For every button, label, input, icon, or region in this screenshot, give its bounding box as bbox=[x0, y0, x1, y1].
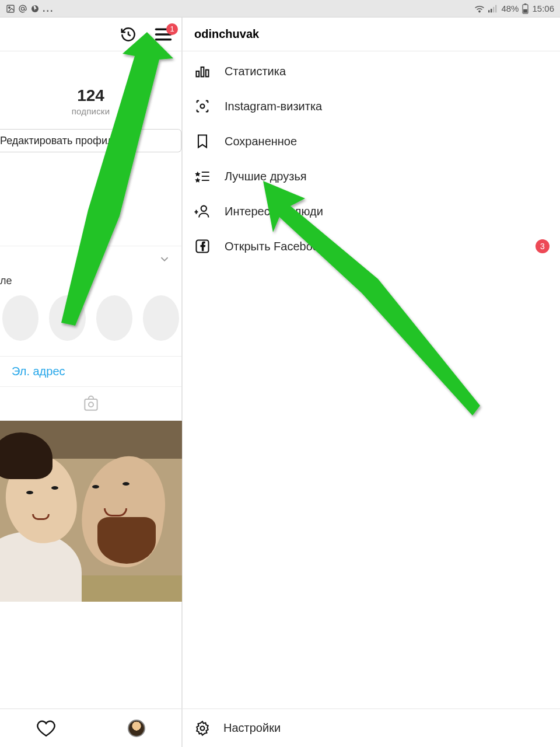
add-person-icon bbox=[194, 203, 211, 219]
highlight-placeholder[interactable] bbox=[143, 295, 179, 341]
menu-discover-people[interactable]: Интересные люди bbox=[183, 194, 560, 229]
svg-point-1 bbox=[9, 6, 10, 8]
svg-point-20 bbox=[201, 104, 205, 109]
svg-point-2 bbox=[21, 7, 24, 10]
svg-rect-17 bbox=[197, 71, 200, 76]
svg-rect-6 bbox=[491, 9, 492, 12]
drawer-username: odinchuvak bbox=[183, 18, 560, 51]
facebook-icon bbox=[194, 238, 211, 254]
menu-nametag[interactable]: Instagram-визитка bbox=[183, 89, 560, 124]
svg-rect-10 bbox=[524, 4, 527, 5]
menu-badge: 1 bbox=[166, 23, 178, 35]
highlights-hint: ле bbox=[0, 271, 181, 292]
story-highlights bbox=[0, 292, 181, 356]
tab-email[interactable]: Эл. адрес bbox=[12, 365, 65, 378]
svg-rect-7 bbox=[493, 6, 494, 12]
svg-rect-0 bbox=[7, 5, 14, 12]
settings-label: Настройки bbox=[223, 721, 281, 735]
clock: 15:06 bbox=[532, 4, 554, 13]
menu-label: Интересные люди bbox=[225, 205, 323, 218]
svg-rect-15 bbox=[85, 399, 97, 410]
svg-point-4 bbox=[479, 11, 480, 12]
tagged-icon bbox=[82, 395, 100, 413]
menu-label: Сохраненное bbox=[225, 135, 297, 148]
profile-screen: 1 124 подписки Редактировать профиль ле … bbox=[0, 18, 182, 747]
menu-label: Статистика bbox=[225, 65, 286, 78]
bottom-nav bbox=[0, 708, 181, 747]
stat-number: 124 bbox=[0, 86, 181, 105]
status-bar: ... 48% 15:06 bbox=[0, 0, 560, 18]
chevron-down-icon bbox=[158, 253, 171, 266]
bar-chart-icon bbox=[194, 63, 211, 79]
tab-tagged[interactable] bbox=[0, 387, 181, 421]
menu-statistics[interactable]: Статистика bbox=[183, 54, 560, 89]
close-friends-icon bbox=[194, 168, 211, 184]
profile-avatar[interactable] bbox=[128, 720, 145, 737]
hamburger-menu-icon[interactable]: 1 bbox=[155, 27, 172, 42]
svg-point-16 bbox=[89, 402, 93, 407]
archive-icon[interactable] bbox=[120, 26, 137, 43]
menu-close-friends[interactable]: Лучшие друзья bbox=[183, 159, 560, 194]
menu-label: Instagram-визитка bbox=[225, 100, 322, 113]
svg-rect-8 bbox=[495, 5, 496, 12]
svg-rect-19 bbox=[206, 70, 209, 77]
side-drawer: odinchuvak Статистика Instagram-визитка … bbox=[182, 18, 560, 747]
menu-settings[interactable]: Настройки bbox=[183, 708, 560, 747]
edit-profile-button[interactable]: Редактировать профиль bbox=[0, 129, 181, 152]
svg-rect-5 bbox=[488, 10, 489, 12]
activity-heart-icon[interactable] bbox=[36, 718, 56, 738]
svg-point-24 bbox=[201, 206, 206, 211]
bookmark-icon bbox=[194, 133, 211, 149]
svg-point-28 bbox=[201, 726, 205, 730]
highlight-placeholder[interactable] bbox=[2, 295, 38, 341]
svg-rect-11 bbox=[524, 9, 528, 12]
post-thumbnail[interactable] bbox=[0, 421, 182, 602]
battery-icon bbox=[522, 4, 528, 14]
svg-rect-18 bbox=[201, 67, 204, 76]
picture-icon bbox=[6, 4, 15, 13]
more-icon: ... bbox=[43, 4, 54, 14]
gear-icon bbox=[194, 720, 211, 736]
wifi-icon bbox=[474, 5, 485, 13]
contact-tab-row: Эл. адрес bbox=[0, 357, 181, 387]
nametag-icon bbox=[194, 98, 211, 114]
profile-top-bar: 1 bbox=[0, 18, 181, 51]
signal-icon bbox=[488, 5, 498, 13]
highlight-placeholder[interactable] bbox=[49, 295, 85, 341]
follow-stat[interactable]: 124 подписки bbox=[0, 86, 181, 116]
menu-label: Открыть Facebook bbox=[225, 240, 325, 253]
menu-open-facebook[interactable]: Открыть Facebook 3 bbox=[183, 229, 560, 264]
expand-highlights[interactable] bbox=[0, 246, 181, 271]
highlight-placeholder[interactable] bbox=[96, 295, 132, 341]
at-icon bbox=[18, 4, 27, 13]
menu-saved[interactable]: Сохраненное bbox=[183, 124, 560, 159]
menu-label: Лучшие друзья bbox=[225, 170, 307, 183]
battery-pct: 48% bbox=[501, 4, 519, 13]
location-icon bbox=[30, 4, 40, 13]
stat-label: подписки bbox=[0, 106, 181, 116]
facebook-badge: 3 bbox=[536, 239, 550, 253]
